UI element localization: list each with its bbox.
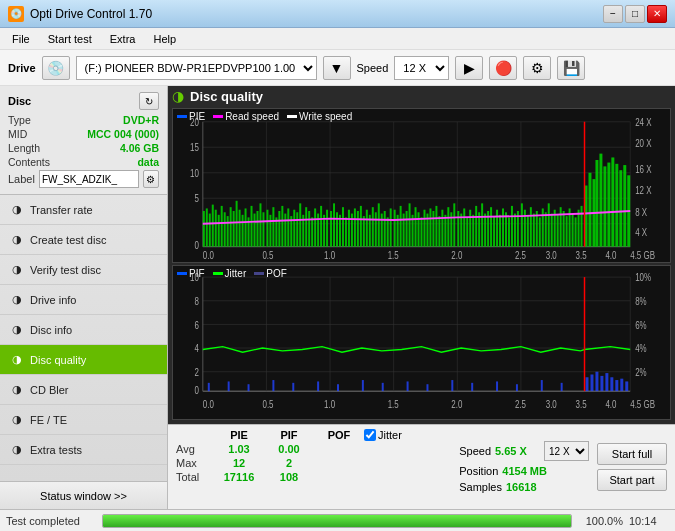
svg-rect-36 (266, 210, 268, 247)
disc-refresh-btn[interactable]: ↻ (139, 92, 159, 110)
svg-rect-117 (511, 206, 513, 247)
menu-extra[interactable]: Extra (102, 31, 144, 47)
svg-text:1.0: 1.0 (324, 251, 335, 262)
jitter-label: Jitter (378, 429, 402, 441)
svg-rect-95 (444, 215, 446, 247)
sidebar-item-extra-tests[interactable]: ◑ Extra tests (0, 435, 167, 465)
svg-rect-35 (262, 212, 264, 246)
sidebar-item-transfer-rate[interactable]: ◑ Transfer rate (0, 195, 167, 225)
svg-rect-122 (527, 215, 529, 247)
start-part-button[interactable]: Start part (597, 469, 667, 491)
svg-rect-118 (514, 214, 516, 247)
jitter-checkbox[interactable] (364, 429, 376, 441)
svg-rect-81 (403, 214, 405, 247)
disc-label-input[interactable] (39, 170, 139, 188)
save-btn[interactable]: 💾 (557, 56, 585, 80)
progress-bar-container (102, 514, 572, 528)
svg-rect-123 (530, 207, 532, 247)
svg-rect-113 (499, 215, 501, 247)
svg-rect-22 (224, 212, 226, 246)
verify-disc-icon: ◑ (10, 263, 24, 277)
svg-rect-50 (308, 211, 310, 247)
drive-select[interactable]: (F:) PIONEER BDW-PR1EPDVPP100 1.00 (76, 56, 317, 80)
speed-arrow-btn[interactable]: ▶ (455, 56, 483, 80)
status-time: 10:14 (629, 515, 669, 527)
max-pie: 12 (214, 457, 264, 469)
svg-rect-68 (363, 216, 365, 247)
svg-rect-138 (575, 217, 577, 246)
svg-rect-72 (375, 212, 377, 246)
svg-rect-108 (484, 214, 486, 247)
svg-rect-78 (394, 210, 396, 247)
avg-label: Avg (176, 443, 214, 455)
speed-select[interactable]: 12 X (394, 56, 449, 80)
fe-te-icon: ◑ (10, 413, 24, 427)
svg-rect-24 (230, 207, 232, 247)
svg-text:4.5 GB: 4.5 GB (630, 398, 655, 411)
label-options-btn[interactable]: ⚙ (143, 170, 159, 188)
svg-rect-37 (269, 215, 271, 247)
erase-btn[interactable]: 🔴 (489, 56, 517, 80)
drive-arrow-btn[interactable]: ▼ (323, 56, 351, 80)
svg-rect-71 (372, 207, 374, 247)
svg-text:4.0: 4.0 (605, 251, 616, 262)
nav-items: ◑ Transfer rate ◑ Create test disc ◑ Ver… (0, 195, 167, 481)
svg-rect-104 (472, 215, 474, 247)
svg-rect-99 (457, 211, 459, 247)
svg-rect-200 (426, 384, 428, 391)
svg-rect-205 (541, 380, 543, 391)
status-text: Test completed (6, 515, 96, 527)
svg-rect-190 (208, 383, 210, 391)
sidebar-item-disc-info[interactable]: ◑ Disc info (0, 315, 167, 345)
svg-rect-203 (496, 381, 498, 391)
disc-length-val: 4.06 GB (120, 142, 159, 154)
svg-text:1.5: 1.5 (388, 251, 399, 262)
svg-rect-199 (407, 381, 409, 391)
speed-select2[interactable]: 12 X (544, 441, 589, 461)
svg-rect-74 (381, 214, 383, 247)
svg-rect-65 (354, 208, 356, 246)
svg-rect-34 (259, 203, 261, 246)
drive-label: Drive (8, 62, 36, 74)
sidebar-item-fe-te[interactable]: ◑ FE / TE (0, 405, 167, 435)
sidebar-item-drive-info[interactable]: ◑ Drive info (0, 285, 167, 315)
maximize-button[interactable]: □ (625, 5, 645, 23)
svg-rect-147 (607, 163, 610, 247)
svg-text:0.5: 0.5 (262, 398, 273, 411)
minimize-button[interactable]: − (603, 5, 623, 23)
svg-rect-66 (357, 211, 359, 247)
svg-rect-204 (516, 384, 518, 391)
sidebar-item-create-test-disc[interactable]: ◑ Create test disc (0, 225, 167, 255)
legend-write-speed: Write speed (299, 111, 352, 122)
svg-rect-114 (502, 208, 504, 246)
svg-rect-42 (284, 214, 286, 247)
svg-rect-41 (281, 206, 283, 247)
svg-rect-92 (435, 206, 437, 247)
menu-start-test[interactable]: Start test (40, 31, 100, 47)
drive-bar: Drive 💿 (F:) PIONEER BDW-PR1EPDVPP100 1.… (0, 50, 675, 86)
total-pie: 17116 (214, 471, 264, 483)
header-pif: PIF (264, 429, 314, 441)
status-window-button[interactable]: Status window >> (0, 481, 167, 509)
svg-rect-49 (305, 207, 307, 247)
drive-icon-btn[interactable]: 💿 (42, 56, 70, 80)
options-btn[interactable]: ⚙ (523, 56, 551, 80)
svg-rect-144 (595, 160, 598, 247)
start-full-button[interactable]: Start full (597, 443, 667, 465)
legend-pif: PIF (189, 268, 205, 279)
legend-pof: POF (266, 268, 287, 279)
svg-rect-202 (471, 383, 473, 391)
sidebar-item-cd-bler[interactable]: ◑ CD Bler (0, 375, 167, 405)
chart-pif: PIF Jitter POF (172, 265, 671, 420)
svg-rect-149 (615, 164, 618, 247)
svg-rect-140 (581, 206, 583, 247)
sidebar-item-verify-test-disc[interactable]: ◑ Verify test disc (0, 255, 167, 285)
svg-text:15: 15 (190, 142, 199, 153)
close-button[interactable]: ✕ (647, 5, 667, 23)
menu-file[interactable]: File (4, 31, 38, 47)
sidebar-item-disc-quality[interactable]: ◑ Disc quality (0, 345, 167, 375)
svg-rect-100 (460, 214, 462, 247)
svg-rect-116 (508, 217, 510, 246)
svg-rect-215 (625, 381, 628, 391)
menu-help[interactable]: Help (145, 31, 184, 47)
